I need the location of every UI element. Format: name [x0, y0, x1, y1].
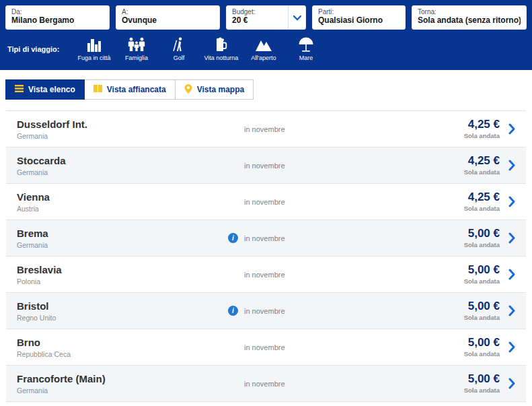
to-field[interactable]: A: Ovunque — [116, 5, 220, 30]
trip-type-label: Golf — [174, 55, 185, 61]
destination-country: Polonia — [17, 277, 228, 285]
trip-type-label: Fuga in città — [77, 55, 110, 61]
info-icon[interactable]: i — [228, 306, 238, 316]
price: 4,25 € — [464, 155, 500, 167]
destination-city: Francoforte (Main) — [17, 373, 228, 384]
return-field[interactable]: Torna: Sola andata (senza ritorno) — [412, 5, 527, 30]
destination-city: Breslavia — [17, 264, 228, 275]
map-pin-icon — [184, 84, 192, 96]
budget-label: Budget: — [232, 8, 285, 15]
fare-type: Sola andata — [464, 314, 500, 321]
chevron-down-icon[interactable] — [288, 6, 305, 29]
depart-value: Qualsiasi Giorno — [318, 15, 400, 26]
results-list: Dusseldorf Int. Germania in novembre 4,2… — [6, 110, 526, 402]
chevron-right-icon[interactable] — [508, 378, 515, 389]
fare-type: Sola andata — [464, 205, 500, 212]
price: 5,00 € — [464, 228, 500, 240]
family-icon — [128, 36, 145, 52]
city-icon — [87, 36, 102, 52]
fare-type: Sola andata — [464, 132, 500, 139]
trip-type-city-break[interactable]: Fuga in città — [73, 36, 115, 61]
destination-city: Dusseldorf Int. — [17, 119, 228, 130]
list-icon — [15, 85, 24, 94]
trip-type-outdoors[interactable]: All'aperto — [242, 36, 284, 61]
columns-icon — [93, 85, 102, 94]
price: 5,00 € — [464, 300, 500, 312]
tab-label: Vista affiancata — [107, 85, 166, 94]
trip-type-beach[interactable]: Mare — [284, 36, 327, 61]
depart-label: Parti: — [318, 8, 400, 15]
destination-country: Regno Unito — [17, 314, 228, 322]
beach-umbrella-icon — [298, 36, 314, 52]
trip-types-label: Tipi di viaggio: — [7, 45, 59, 53]
to-label: A: — [122, 8, 214, 15]
chevron-right-icon[interactable] — [508, 160, 515, 171]
golf-icon — [172, 36, 186, 52]
travel-period: in novembre — [244, 343, 285, 351]
destination-city: Stoccarda — [17, 155, 228, 166]
fare-type: Sola andata — [464, 350, 500, 358]
tab-label: Vista elenco — [28, 85, 75, 94]
to-value: Ovunque — [122, 15, 214, 26]
trip-type-label: All'aperto — [251, 55, 276, 61]
result-row[interactable]: Brno Repubblica Ceca in novembre 5,00 € … — [6, 329, 526, 366]
destination-city: Brema — [17, 228, 228, 239]
info-icon[interactable]: i — [228, 233, 238, 243]
destination-city: Bristol — [17, 300, 228, 312]
tab-map-view[interactable]: Vista mappa — [176, 79, 254, 100]
chevron-right-icon[interactable] — [508, 341, 515, 353]
travel-period: in novembre — [244, 198, 285, 206]
trip-type-family[interactable]: Famiglia — [115, 36, 157, 61]
trip-type-golf[interactable]: Golf — [157, 36, 200, 61]
result-row[interactable]: Stoccarda Germania in novembre 4,25 € So… — [6, 147, 526, 184]
destination-country: Austria — [17, 205, 228, 213]
travel-period: in novembre — [244, 125, 285, 133]
price: 4,25 € — [464, 119, 500, 131]
return-label: Torna: — [418, 8, 521, 15]
result-row[interactable]: Brema Germania i in novembre 5,00 € Sola… — [6, 220, 526, 257]
tab-label: Vista mappa — [197, 85, 244, 94]
trip-type-label: Vita notturna — [204, 55, 238, 61]
chevron-right-icon[interactable] — [508, 305, 515, 316]
mountains-icon — [255, 36, 272, 52]
result-row[interactable]: Breslavia Polonia in novembre 5,00 € Sol… — [6, 257, 526, 293]
chevron-right-icon[interactable] — [508, 269, 515, 280]
result-row[interactable]: Vienna Austria in novembre 4,25 € Sola a… — [6, 184, 526, 220]
price: 4,25 € — [464, 191, 500, 203]
from-value: Milano Bergamo — [11, 15, 104, 26]
beer-icon — [215, 36, 228, 52]
chevron-right-icon[interactable] — [508, 123, 515, 135]
trip-type-nightlife[interactable]: Vita notturna — [200, 36, 242, 61]
destination-city: Brno — [17, 337, 228, 348]
destination-country: Germania — [17, 241, 228, 249]
destination-country: Germania — [17, 132, 228, 140]
fare-type: Sola andata — [464, 386, 500, 394]
fare-type: Sola andata — [464, 241, 500, 248]
travel-period: in novembre — [244, 307, 285, 315]
from-field[interactable]: Da: Milano Bergamo — [5, 5, 110, 30]
fare-type: Sola andata — [464, 277, 500, 285]
chevron-right-icon[interactable] — [508, 196, 515, 207]
tab-side-by-side-view[interactable]: Vista affiancata — [85, 79, 176, 100]
travel-period: in novembre — [244, 234, 285, 242]
fare-type: Sola andata — [464, 168, 500, 176]
depart-field[interactable]: Parti: Qualsiasi Giorno — [312, 5, 406, 30]
result-row[interactable]: Bristol Regno Unito i in novembre 5,00 €… — [6, 293, 526, 329]
travel-period: in novembre — [244, 380, 285, 388]
result-row[interactable]: Dusseldorf Int. Germania in novembre 4,2… — [6, 111, 526, 147]
destination-city: Vienna — [17, 191, 228, 203]
view-tabbar: Vista elenco Vista affiancata Vista mapp… — [5, 79, 532, 100]
travel-period: in novembre — [244, 162, 285, 170]
trip-types-row: Tipi di viaggio: Fuga in città Famiglia … — [5, 36, 527, 61]
destination-country: Germania — [17, 168, 228, 176]
return-value: Sola andata (senza ritorno) — [418, 15, 521, 26]
destination-country: Germania — [17, 386, 228, 395]
search-header: Da: Milano Bergamo A: Ovunque Budget: 20… — [0, 0, 532, 70]
budget-field[interactable]: Budget: 20 € — [226, 5, 306, 30]
price: 5,00 € — [464, 373, 500, 385]
from-label: Da: — [11, 8, 104, 15]
result-row[interactable]: Francoforte (Main) Germania in novembre … — [6, 366, 526, 402]
tab-list-view[interactable]: Vista elenco — [5, 79, 85, 100]
budget-value: 20 € — [232, 15, 285, 26]
chevron-right-icon[interactable] — [508, 232, 515, 244]
